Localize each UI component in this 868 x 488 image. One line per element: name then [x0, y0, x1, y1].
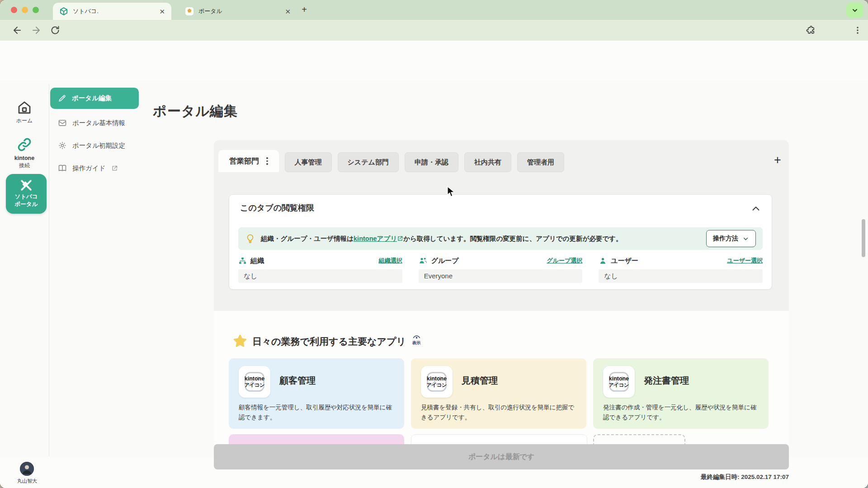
note-text: から取得しています。閲覧権限の変更前に、アプリでの更新が必要です。: [403, 235, 622, 242]
permission-info-strip: 組織・グループ・ユーザ情報はkintoneアプリから取得しています。閲覧権限の変…: [238, 227, 763, 250]
visibility-toggle[interactable]: 表示: [408, 335, 425, 346]
app-header: ソトバコ ?: [0, 41, 868, 81]
sidebar-item-sotobaco-portal[interactable]: ソトバコ ポータル: [6, 174, 47, 214]
user-avatar[interactable]: [20, 462, 34, 476]
icon-text: アイコン: [609, 382, 629, 389]
nav-item-label: ポータル初期設定: [72, 141, 125, 150]
close-tab-icon[interactable]: ✕: [159, 8, 165, 15]
app-card-customer[interactable]: kintoneアイコン 顧客管理 顧客情報を一元管理し、取引履歴や対応状況を簡単…: [229, 358, 404, 429]
portal-tab-label: 営業部門: [229, 156, 259, 166]
how-to-label: 操作方法: [713, 235, 738, 243]
kintone-app-link[interactable]: kintoneアプリ: [354, 235, 397, 242]
nav-item-label: ポータル編集: [72, 94, 112, 103]
nav-item-guide[interactable]: 操作ガイド: [50, 159, 139, 177]
portal-tab-active[interactable]: 営業部門: [218, 150, 279, 172]
user-value: なし: [599, 269, 763, 283]
sotobaco-favicon-icon: [59, 7, 68, 16]
nav-item-label: 操作ガイド: [72, 164, 106, 173]
page-title: ポータル編集: [153, 102, 238, 121]
portal-tab-label: 管理者用: [527, 158, 554, 167]
sidebar-divider: [49, 84, 49, 456]
scrollbar-thumb[interactable]: [862, 219, 865, 257]
icon-text: アイコン: [244, 382, 264, 389]
app-card-title: 顧客管理: [279, 375, 316, 387]
portal-tab[interactable]: 申請・承認: [405, 152, 458, 172]
note-text: 組織・グループ・ユーザ情報は: [261, 235, 354, 242]
tab-menu-icon[interactable]: [266, 157, 268, 165]
sidebar-nav: ポータル編集 ポータル基本情報 ポータル初期設定 操作ガイド: [50, 88, 139, 182]
kintone-app-icon: kintoneアイコン: [239, 366, 270, 398]
org-value: なし: [238, 269, 402, 283]
permission-label: グループ: [431, 257, 459, 265]
collapse-chevron-icon[interactable]: [751, 204, 761, 214]
browser-tab-portal[interactable]: ポータル ✕: [179, 3, 297, 20]
permission-note: 組織・グループ・ユーザ情報はkintoneアプリから取得しています。閲覧権限の変…: [261, 235, 622, 243]
icon-text: kintone: [427, 375, 447, 382]
kintone-app-icon: kintoneアイコン: [603, 366, 635, 398]
apps-section-heading: 日々の業務で利用する主要なアプリ: [252, 335, 406, 348]
browser-window: ソトバコ. ✕ ポータル ✕ +: [0, 0, 868, 488]
forward-icon[interactable]: [31, 25, 42, 36]
browser-tab-sotobaco[interactable]: ソトバコ. ✕: [53, 3, 171, 20]
app-card-title: 見積管理: [462, 375, 498, 387]
traffic-lights: [11, 7, 39, 13]
app-card-title: 発注書管理: [644, 375, 689, 387]
portal-tab[interactable]: システム部門: [338, 152, 399, 172]
last-edited-timestamp: 最終編集日時: 2025.02.17 17:07: [701, 473, 789, 481]
portal-favicon-icon: [185, 7, 194, 16]
lightbulb-icon: [245, 234, 255, 244]
sidebar-item-label: kintone: [14, 155, 34, 161]
sidebar-item-kintone[interactable]: kintone 接続: [0, 136, 49, 169]
browser-menu-icon[interactable]: [853, 25, 863, 36]
portal-tab[interactable]: 社内共有: [464, 152, 511, 172]
permission-panel-title: このタブの閲覧権限: [240, 202, 314, 213]
nav-item-portal-initial-settings[interactable]: ポータル初期設定: [50, 136, 139, 155]
tab-search-button[interactable]: [846, 3, 863, 18]
app-card-purchase-order[interactable]: kintoneアイコン 発注書管理 発注書の作成・管理を一元化し、履歴や状況を簡…: [593, 358, 769, 429]
group-icon: [419, 256, 428, 265]
mouse-cursor: [447, 186, 456, 198]
sidebar-item-home[interactable]: ホーム: [0, 99, 49, 125]
extensions-icon[interactable]: [806, 25, 816, 36]
close-window-button[interactable]: [11, 7, 17, 13]
kintone-app-icon: kintoneアイコン: [421, 366, 453, 398]
back-icon[interactable]: [12, 25, 23, 36]
pen-icon: [58, 94, 66, 103]
user-select-link[interactable]: ユーザー選択: [727, 257, 763, 265]
how-to-button[interactable]: 操作方法: [706, 230, 756, 247]
icon-text: kintone: [609, 375, 629, 382]
reload-icon[interactable]: [50, 25, 61, 36]
sidebar-tile-label: ソトバコ: [14, 193, 38, 200]
group-select-link[interactable]: グループ選択: [547, 257, 582, 265]
book-icon: [58, 164, 67, 173]
minimize-window-button[interactable]: [22, 7, 28, 13]
portal-tab[interactable]: 管理者用: [517, 152, 564, 172]
permission-column-group: グループ グループ選択 Everyone: [419, 255, 583, 283]
nav-item-portal-basic-info[interactable]: ポータル基本情報: [50, 114, 139, 132]
browser-toolbar: app.sotobaco.com/portal-design/settings/…: [0, 20, 868, 41]
permission-label: 組織: [250, 257, 264, 265]
icon-text: kintone: [245, 375, 264, 382]
visibility-label: 表示: [408, 340, 425, 346]
nav-item-label: ポータル基本情報: [72, 119, 125, 127]
star-icon: [232, 333, 248, 349]
user-name: 丸山智大: [9, 478, 45, 484]
permission-label: ユーザー: [611, 257, 638, 265]
organization-icon: [238, 257, 247, 265]
app-card-description: 発注書の作成・管理を一元化し、履歴や状況を簡単に確認できるアプリです。: [603, 403, 760, 423]
portal-tab-label: システム部門: [348, 158, 389, 167]
portal-tab-label: 申請・承認: [415, 158, 448, 167]
new-tab-button[interactable]: +: [298, 4, 310, 16]
close-tab-icon[interactable]: ✕: [285, 8, 291, 15]
portal-tab-bar: 営業部門 人事管理 システム部門 申請・承認 社内共有 管理者用: [218, 150, 564, 172]
nav-item-portal-edit[interactable]: ポータル編集: [50, 88, 139, 109]
portal-update-button[interactable]: ポータルは最新です: [214, 444, 789, 469]
user-icon: [599, 257, 607, 265]
sidebar-tile-label: ポータル: [15, 201, 38, 207]
fullscreen-window-button[interactable]: [33, 7, 39, 13]
app-card-quote[interactable]: kintoneアイコン 見積管理 見積書を登録・共有し、取引の進行状況を簡単に把…: [411, 358, 586, 429]
add-tab-button[interactable]: +: [769, 151, 787, 169]
org-select-link[interactable]: 組織選択: [379, 257, 402, 265]
portal-tab[interactable]: 人事管理: [285, 152, 332, 172]
external-link-icon: [397, 235, 403, 242]
